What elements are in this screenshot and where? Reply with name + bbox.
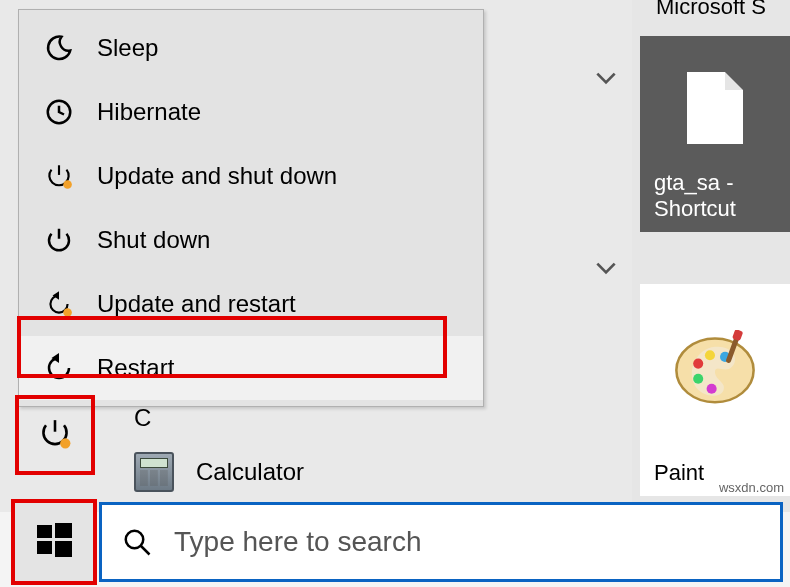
svg-point-10 — [63, 308, 72, 317]
svg-rect-12 — [37, 525, 52, 538]
menu-item-label: Update and restart — [97, 290, 296, 318]
power-icon — [39, 220, 79, 260]
menu-item-update-shutdown[interactable]: Update and shut down — [19, 144, 483, 208]
windows-logo-icon — [34, 520, 74, 564]
svg-rect-15 — [55, 541, 72, 557]
menu-item-label: Hibernate — [97, 98, 201, 126]
menu-item-label: Restart — [97, 354, 174, 382]
start-tiles-panel: Microsoft S gta_sa - Shortcut Paint — [632, 0, 790, 587]
file-icon — [687, 72, 743, 144]
svg-point-11 — [60, 438, 70, 448]
start-button[interactable] — [14, 502, 94, 582]
menu-item-update-restart[interactable]: Update and restart — [19, 272, 483, 336]
svg-rect-14 — [37, 541, 52, 554]
svg-point-2 — [705, 350, 715, 360]
menu-item-shutdown[interactable]: Shut down — [19, 208, 483, 272]
search-placeholder: Type here to search — [174, 526, 421, 558]
svg-point-9 — [63, 180, 72, 189]
menu-item-hibernate[interactable]: Hibernate — [19, 80, 483, 144]
menu-item-label: Update and shut down — [97, 162, 337, 190]
menu-item-label: Sleep — [97, 34, 158, 62]
app-list-group-letter[interactable]: C — [134, 404, 151, 432]
svg-point-1 — [693, 359, 703, 369]
search-icon — [120, 525, 154, 559]
svg-rect-13 — [55, 523, 72, 538]
power-update-icon — [37, 415, 73, 455]
tile-gtasa-shortcut[interactable]: gta_sa - Shortcut — [640, 36, 790, 232]
paint-palette-icon — [673, 330, 757, 402]
restart-icon — [39, 348, 79, 388]
app-list-item-calculator[interactable]: Calculator — [134, 452, 304, 492]
power-update-icon — [39, 156, 79, 196]
tile-group-header: Microsoft S — [632, 0, 790, 20]
tile-label: gta_sa - Shortcut — [654, 170, 780, 222]
chevron-down-icon[interactable] — [590, 252, 622, 284]
restart-update-icon — [39, 284, 79, 324]
watermark: wsxdn.com — [719, 480, 784, 495]
moon-icon — [39, 28, 79, 68]
svg-point-5 — [707, 384, 717, 394]
svg-point-4 — [693, 374, 703, 384]
menu-item-restart[interactable]: Restart — [19, 336, 483, 400]
calculator-icon — [134, 452, 174, 492]
app-list-item-label: Calculator — [196, 458, 304, 486]
power-context-menu: Sleep Hibernate Update and shut down Shu… — [18, 9, 484, 407]
svg-point-16 — [126, 531, 144, 549]
chevron-down-icon[interactable] — [590, 62, 622, 94]
tile-paint[interactable]: Paint — [640, 284, 790, 496]
start-sidebar-power-button[interactable] — [18, 398, 92, 472]
clock-icon — [39, 92, 79, 132]
menu-item-sleep[interactable]: Sleep — [19, 16, 483, 80]
menu-item-label: Shut down — [97, 226, 210, 254]
taskbar-search[interactable]: Type here to search — [99, 502, 783, 582]
